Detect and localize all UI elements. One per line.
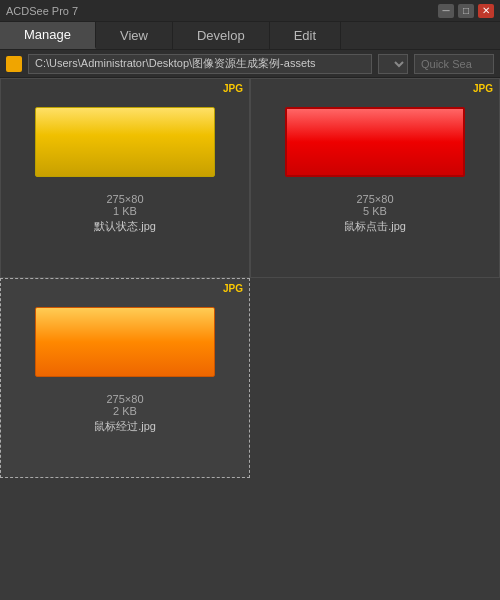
preview-1 bbox=[35, 107, 215, 177]
badge-3: JPG bbox=[223, 283, 243, 294]
size-3: 2 KB bbox=[94, 405, 156, 417]
tab-edit[interactable]: Edit bbox=[270, 22, 341, 49]
preview-2 bbox=[285, 107, 465, 177]
tab-manage[interactable]: Manage bbox=[0, 22, 96, 49]
tab-develop[interactable]: Develop bbox=[173, 22, 270, 49]
tab-view[interactable]: View bbox=[96, 22, 173, 49]
quick-search-input[interactable] bbox=[414, 54, 494, 74]
close-button[interactable]: ✕ bbox=[478, 4, 494, 18]
path-dropdown[interactable] bbox=[378, 54, 408, 74]
image-card-3[interactable]: JPG 275×80 2 KB 鼠标经过.jpg bbox=[0, 278, 250, 478]
filename-3: 鼠标经过.jpg bbox=[94, 419, 156, 434]
meta-1: 275×80 1 KB 默认状态.jpg bbox=[94, 193, 156, 234]
maximize-button[interactable]: □ bbox=[458, 4, 474, 18]
dimensions-1: 275×80 bbox=[94, 193, 156, 205]
meta-2: 275×80 5 KB 鼠标点击.jpg bbox=[344, 193, 406, 234]
meta-3: 275×80 2 KB 鼠标经过.jpg bbox=[94, 393, 156, 434]
size-1: 1 KB bbox=[94, 205, 156, 217]
menu-bar: Manage View Develop Edit bbox=[0, 22, 500, 50]
path-input[interactable] bbox=[28, 54, 372, 74]
filename-2: 鼠标点击.jpg bbox=[344, 219, 406, 234]
size-2: 5 KB bbox=[344, 205, 406, 217]
address-bar bbox=[0, 50, 500, 78]
image-card-1[interactable]: JPG 275×80 1 KB 默认状态.jpg bbox=[0, 78, 250, 278]
image-grid: JPG 275×80 1 KB 默认状态.jpg JPG 275×80 5 KB… bbox=[0, 78, 500, 478]
folder-icon bbox=[6, 56, 22, 72]
badge-1: JPG bbox=[223, 83, 243, 94]
image-card-2[interactable]: JPG 275×80 5 KB 鼠标点击.jpg bbox=[250, 78, 500, 278]
minimize-button[interactable]: ─ bbox=[438, 4, 454, 18]
badge-2: JPG bbox=[473, 83, 493, 94]
title-bar: ACDSee Pro 7 ─ □ ✕ bbox=[0, 0, 500, 22]
filename-1: 默认状态.jpg bbox=[94, 219, 156, 234]
dimensions-3: 275×80 bbox=[94, 393, 156, 405]
dimensions-2: 275×80 bbox=[344, 193, 406, 205]
window-controls: ─ □ ✕ bbox=[438, 4, 494, 18]
preview-3 bbox=[35, 307, 215, 377]
app-title: ACDSee Pro 7 bbox=[6, 5, 78, 17]
